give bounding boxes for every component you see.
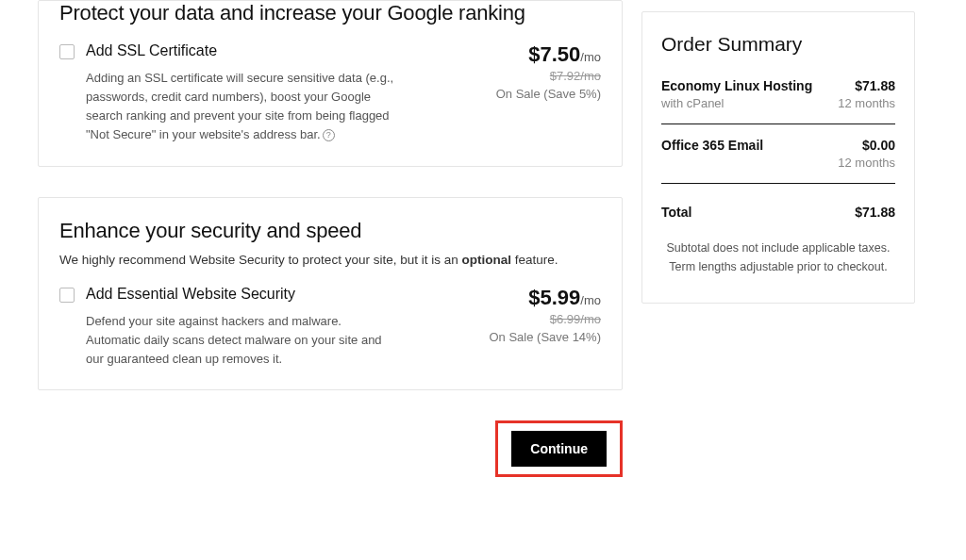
- ssl-heading: Protect your data and increase your Goog…: [59, 1, 601, 25]
- continue-highlight: Continue: [495, 420, 623, 477]
- security-price-block: $5.99/mo $6.99/mo On Sale (Save 14%): [478, 286, 601, 344]
- security-heading: Enhance your security and speed: [59, 219, 601, 243]
- ssl-checkbox[interactable]: [59, 44, 75, 59]
- summary-item-price: $71.88: [855, 78, 895, 93]
- continue-button[interactable]: Continue: [511, 431, 607, 467]
- security-panel: Enhance your security and speed We highl…: [38, 197, 623, 390]
- summary-item-price: $0.00: [862, 138, 895, 153]
- ssl-sale-text: On Sale (Save 5%): [478, 87, 601, 101]
- summary-item-name: Office 365 Email: [661, 138, 763, 153]
- security-checkbox[interactable]: [59, 288, 75, 303]
- security-original-price: $6.99/mo: [478, 312, 601, 326]
- ssl-original-price: $7.92/mo: [478, 69, 601, 83]
- security-subtext: We highly recommend Website Security to …: [59, 253, 601, 267]
- security-price: $5.99: [528, 286, 580, 309]
- order-summary-panel: Order Summary Economy Linux Hosting $71.…: [641, 11, 915, 304]
- ssl-checkbox-label: Add SSL Certificate: [86, 42, 467, 59]
- order-summary-heading: Order Summary: [661, 33, 895, 56]
- summary-item-term: 12 months: [838, 96, 895, 110]
- ssl-description: Adding an SSL certificate will secure se…: [86, 69, 397, 145]
- ssl-price-unit: /mo: [580, 50, 601, 64]
- ssl-price: $7.50: [528, 42, 580, 66]
- help-icon[interactable]: ?: [323, 129, 335, 141]
- ssl-price-block: $7.50/mo $7.92/mo On Sale (Save 5%): [478, 42, 601, 101]
- summary-item-name: Economy Linux Hosting: [661, 78, 812, 93]
- summary-total-row: Total $71.88: [661, 205, 895, 220]
- security-description: Defend your site against hackers and mal…: [86, 312, 397, 369]
- security-price-unit: /mo: [580, 293, 601, 307]
- total-label: Total: [661, 205, 691, 220]
- ssl-panel: Protect your data and increase your Goog…: [38, 0, 623, 167]
- summary-item: Economy Linux Hosting $71.88 with cPanel…: [661, 78, 895, 124]
- summary-disclaimer: Subtotal does not include applicable tax…: [661, 239, 895, 276]
- continue-wrap: Continue: [38, 420, 623, 477]
- total-value: $71.88: [855, 205, 895, 220]
- summary-item-term: 12 months: [838, 156, 895, 170]
- summary-item-sub: with cPanel: [661, 96, 724, 110]
- summary-item: Office 365 Email $0.00 12 months: [661, 138, 895, 184]
- security-sale-text: On Sale (Save 14%): [478, 330, 601, 344]
- security-checkbox-label: Add Essential Website Security: [86, 286, 467, 303]
